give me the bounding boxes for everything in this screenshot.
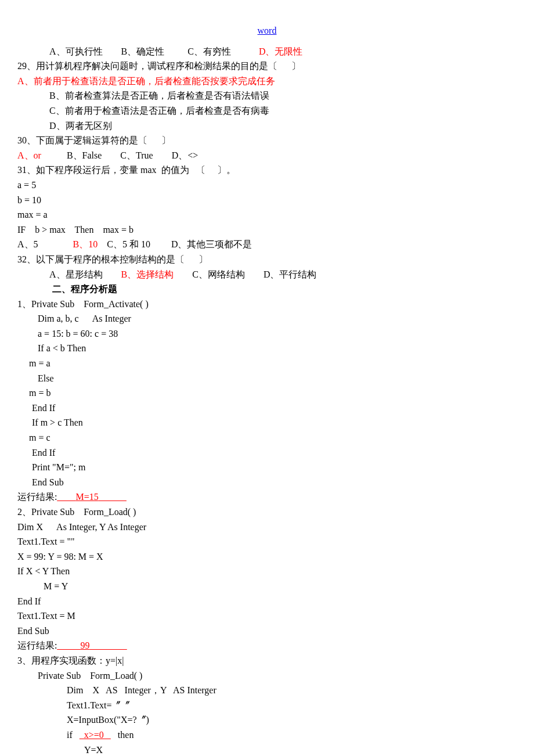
prog3-l3: Text1.Text=〞〞 (17, 698, 517, 713)
prog3-l2: Dim X AS Integer，Y AS Interger (17, 683, 517, 698)
q31-code1: a = 5 (17, 178, 517, 193)
page-header: word (17, 23, 517, 38)
q32-text: 32、以下属于程序的根本控制结构的是〔 〕 (17, 252, 517, 267)
header-title-link[interactable]: word (258, 26, 277, 35)
prog1-header: 1、Private Sub Form_Activate( ) (17, 297, 517, 312)
q28-answer: D、无限性 (259, 46, 303, 56)
section2-title: 二、程序分析题 (17, 282, 517, 297)
q32-answer: B、选择结构 (121, 269, 174, 279)
prog3-l4: X=InputBox("X=?〞) (17, 712, 517, 728)
prog1-l8: m = c (17, 430, 517, 445)
prog1-l9: End If (17, 445, 517, 460)
prog2-l6: End If (17, 594, 517, 609)
prog2-l3: X = 99: Y = 98: M = X (17, 549, 517, 564)
q29-opt-d: D、两者无区别 (17, 118, 517, 134)
q29-opt-b: B、前者检查算法是否正确，后者检查是否有语法错误 (17, 88, 517, 103)
q31-options: A、5 B、10 C、5 和 10 D、其他三项都不是 (17, 237, 517, 252)
prog3-l5: if x>=0 then (17, 728, 517, 743)
prog1-l7: If m > c Then (17, 415, 517, 430)
prog3-header: 3、用程序实现函数：y=|x| (17, 653, 517, 668)
q31-answer: B、10 (73, 239, 98, 249)
prog1-dim: Dim a, b, c As Integer (17, 311, 517, 326)
q30-answer: A、or (17, 150, 41, 160)
prog1-l5: m = b (17, 386, 517, 401)
prog3-l6: Y=X (17, 743, 517, 757)
q32-options: A、星形结构 B、选择结构 C、网络结构 D、平行结构 (17, 267, 517, 282)
prog1-l4: Else (17, 371, 517, 386)
prog2-l7: Text1.Text = M (17, 609, 517, 624)
prog2-header: 2、Private Sub Form_Load( ) (17, 505, 517, 520)
q31-text: 31、如下程序段运行后，变量 max 的值为 〔 〕。 (17, 163, 517, 178)
q30-text: 30、下面属于逻辑运算符的是〔 〕 (17, 133, 517, 148)
prog1-result-value: M=15 (75, 492, 98, 502)
prog2-result-value: 99 (80, 640, 89, 650)
prog2-l1: Dim X As Integer, Y As Integer (17, 520, 517, 535)
prog1-l10: Print "M="; m (17, 460, 517, 475)
prog3-l1: Private Sub Form_Load( ) (17, 668, 517, 683)
prog1-result: 运行结果:____M=15______ (17, 489, 517, 505)
prog3-answer: x>=0 (80, 730, 111, 740)
prog2-l2: Text1.Text = "" (17, 534, 517, 549)
prog1-l1: a = 15: b = 60: c = 38 (17, 326, 517, 341)
q28-options: A、可执行性 B、确定性 C、有穷性 D、无限性 (17, 44, 517, 59)
q31-code2: b = 10 (17, 193, 517, 208)
prog2-l5: M = Y (17, 579, 517, 594)
prog1-l3: m = a (17, 356, 517, 371)
prog1-result-blank2: ______ (99, 492, 127, 502)
document-content: A、可执行性 B、确定性 C、有穷性 D、无限性 29、用计算机程序解决问题时，… (17, 44, 517, 756)
q29-answer: A、前者用于检查语法是否正确，后者检查能否按要求完成任务 (17, 74, 517, 89)
prog2-result-blank2: ________ (89, 640, 127, 650)
q30-options: A、or B、False C、True D、<> (17, 148, 517, 163)
prog2-l4: If X < Y Then (17, 564, 517, 579)
q29-text: 29、用计算机程序解决问题时，调试程序和检测结果的目的是〔 〕 (17, 59, 517, 74)
q31-code3: max = a (17, 207, 517, 222)
prog1-l2: If a < b Then (17, 341, 517, 356)
prog1-result-blank1: ____ (57, 492, 75, 502)
q29-opt-c: C、前者用于检查语法是否正确，后者检查是否有病毒 (17, 103, 517, 118)
prog2-l8: End Sub (17, 624, 517, 639)
prog2-result-blank1: _____ (57, 640, 80, 650)
prog1-l11: End Sub (17, 475, 517, 490)
q31-code4: IF b > max Then max = b (17, 222, 517, 237)
prog2-result: 运行结果:_____99________ (17, 638, 517, 653)
prog1-l6: End If (17, 401, 517, 416)
